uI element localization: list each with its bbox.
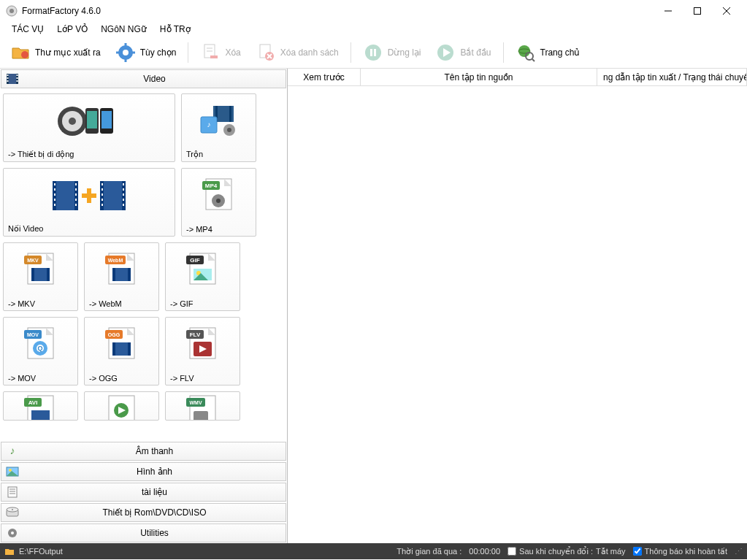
svg-rect-74 [101, 199, 103, 201]
gear-icon [115, 42, 136, 63]
svg-point-142 [11, 532, 14, 534]
col-preview[interactable]: Xem trước [288, 69, 361, 85]
maximize-button[interactable] [683, 1, 712, 21]
col-output-status[interactable]: ng dẫn tập tin xuất / Trạng thái chuyển [597, 69, 747, 85]
category-utilities[interactable]: Utilities [1, 523, 286, 542]
disc-drive-icon [4, 505, 20, 521]
svg-point-8 [123, 50, 129, 55]
output-folder-button[interactable]: Thư mục xuất ra [4, 39, 107, 66]
svg-rect-36 [17, 74, 18, 76]
after-convert-checkbox[interactable]: Sau khi chuyển đổi : Tắt máy [507, 547, 625, 556]
app-icon [6, 5, 18, 17]
toolbar-separator [503, 42, 504, 63]
resize-grip-icon[interactable]: ⋰ [735, 547, 743, 556]
svg-rect-91 [47, 268, 50, 281]
output-path[interactable]: E:\FFOutput [19, 547, 63, 556]
svg-rect-33 [7, 74, 9, 76]
menu-language[interactable]: NGôN NGữ [95, 23, 153, 36]
svg-point-52 [227, 128, 231, 132]
svg-rect-3 [694, 8, 701, 15]
tile-gif[interactable]: GIF -> GIF [165, 242, 240, 311]
svg-point-26 [518, 45, 530, 57]
tile-webm[interactable]: WebM -> WebM [84, 242, 159, 311]
svg-rect-61 [75, 183, 77, 185]
col-source[interactable]: Tên tập tin nguồn [361, 69, 597, 85]
svg-text:AVI: AVI [28, 399, 38, 406]
svg-rect-62 [75, 188, 77, 191]
category-video[interactable]: Video [1, 69, 286, 88]
clear-list-button: Xóa danh sách [250, 39, 345, 66]
toolbar: Thư mục xuất ra Tùy chọn Xóa Xóa danh sá… [0, 37, 747, 69]
gif-icon: GIF [166, 243, 240, 296]
svg-rect-79 [123, 199, 124, 201]
svg-rect-16 [210, 55, 218, 58]
svg-rect-58 [54, 193, 55, 196]
category-picture[interactable]: Hình ảnh [1, 462, 286, 481]
options-button[interactable]: Tùy chọn [110, 39, 183, 66]
svg-rect-123 [31, 410, 50, 421]
stop-button: Dừng lại [357, 39, 427, 66]
homepage-button[interactable]: Trang chủ [510, 39, 586, 66]
svg-rect-76 [123, 183, 124, 185]
folder-icon [10, 42, 31, 63]
svg-text:♪: ♪ [10, 445, 15, 456]
mkv-icon: MKV [4, 243, 77, 296]
avi-icon: AVI [4, 392, 77, 421]
notify-checkbox[interactable]: Thông báo khi hoàn tất [633, 547, 727, 556]
picture-icon [4, 464, 20, 480]
svg-text:MP4: MP4 [205, 183, 218, 189]
gear-small-icon [4, 525, 20, 541]
svg-rect-78 [123, 193, 124, 196]
svg-rect-72 [101, 188, 103, 191]
svg-text:Q: Q [37, 345, 42, 352]
tile-mix[interactable]: ♪ Trộn [181, 93, 256, 162]
svg-point-140 [12, 509, 13, 510]
category-document[interactable]: tài liệu [1, 483, 286, 502]
task-list[interactable] [288, 86, 747, 543]
category-rom[interactable]: Thiết bị Rom\DVD\CD\ISO [1, 503, 286, 522]
video-grid: -> Thiết bị di động ♪ Trộn Nối Video [0, 89, 287, 441]
tile-mp4[interactable]: MP4 -> MP4 [181, 168, 256, 237]
category-audio[interactable]: ♪ Âm thanh [1, 442, 286, 461]
svg-rect-113 [112, 342, 115, 356]
mov-icon: MOVQ [4, 318, 77, 371]
globe-search-icon [516, 42, 536, 63]
tile-3gp[interactable] [84, 391, 159, 421]
list-header: Xem trước Tên tập tin nguồn ng dẫn tập t… [288, 69, 747, 86]
mp4-icon: MP4 [182, 169, 256, 222]
tile-avi[interactable]: AVI [3, 391, 78, 421]
mobile-device-icon [4, 94, 175, 147]
svg-rect-63 [75, 193, 77, 196]
close-button[interactable] [712, 1, 741, 21]
menu-task[interactable]: TÁC VỤ [6, 23, 50, 36]
tile-ogg[interactable]: OGG -> OGG [84, 317, 159, 386]
svg-text:♪: ♪ [207, 120, 210, 129]
document-icon [4, 484, 20, 500]
tile-mov[interactable]: MOVQ -> MOV [3, 317, 78, 386]
svg-rect-38 [17, 80, 18, 82]
svg-rect-45 [101, 111, 112, 129]
svg-rect-34 [7, 77, 9, 79]
tile-join-video[interactable]: Nối Video [3, 168, 175, 237]
minimize-button[interactable] [654, 1, 683, 21]
tile-wmv[interactable]: WMV [165, 391, 240, 421]
svg-rect-23 [374, 49, 376, 56]
tile-flv[interactable]: FLV -> FLV [165, 317, 240, 386]
window-title: FormatFactory 4.6.0 [22, 6, 101, 16]
svg-rect-48 [229, 106, 231, 122]
svg-rect-65 [75, 204, 77, 206]
tile-mobile-device[interactable]: -> Thiết bị di động [3, 93, 175, 162]
svg-rect-43 [87, 111, 97, 129]
menubar: TÁC VỤ LớP VỎ NGôN NGữ Hỗ TRợ [0, 22, 747, 37]
svg-text:WebM: WebM [108, 258, 123, 263]
svg-rect-56 [54, 183, 55, 185]
menu-help[interactable]: Hỗ TRợ [154, 23, 196, 36]
tile-mkv[interactable]: MKV -> MKV [3, 242, 78, 311]
svg-text:MOV: MOV [27, 332, 39, 337]
svg-rect-37 [17, 77, 18, 79]
right-panel: Xem trước Tên tập tin nguồn ng dẫn tập t… [288, 69, 747, 543]
svg-rect-64 [75, 199, 77, 201]
menu-skin[interactable]: LớP VỎ [51, 23, 93, 36]
webm-icon: WebM [85, 243, 158, 296]
svg-rect-114 [128, 342, 131, 356]
